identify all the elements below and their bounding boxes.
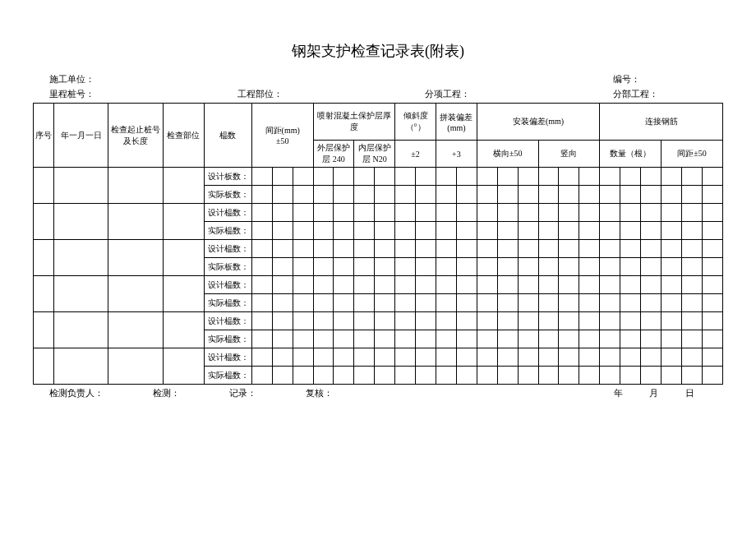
- footer-date: 年 月 日: [602, 387, 708, 399]
- cell-data: [456, 240, 477, 258]
- cell-data: [681, 222, 702, 240]
- cell-data: [272, 294, 293, 312]
- cell-data: [538, 240, 559, 258]
- page-title: 钢架支护检查记录表(附表): [33, 41, 723, 61]
- cell-data: [661, 222, 681, 240]
- cell-data: [293, 294, 313, 312]
- table-row: 设计榀数：: [34, 204, 723, 222]
- cell-data: [272, 186, 293, 204]
- header-row-1: 施工单位： 编号：: [33, 73, 723, 85]
- cell-data: [641, 348, 662, 367]
- cell-data: [354, 186, 375, 204]
- cell-data: [456, 276, 477, 294]
- cell-data: [681, 330, 702, 348]
- cell-data: [436, 367, 457, 385]
- cell-data: [354, 276, 375, 294]
- cell-data: [251, 367, 272, 385]
- cell-data: [375, 367, 395, 385]
- cell-data: [272, 222, 293, 240]
- cell-design-label: 设计榀数：: [204, 348, 251, 367]
- cell-data: [579, 312, 600, 330]
- cell-data: [395, 186, 416, 204]
- th-fushu: 榀数: [204, 104, 251, 168]
- cell-data: [497, 222, 518, 240]
- cell-data: [354, 168, 375, 186]
- cell-data: [313, 240, 334, 258]
- cell-data: [538, 312, 559, 330]
- cell-data: [620, 186, 641, 204]
- cell-data: [436, 276, 457, 294]
- cell-data: [456, 367, 477, 385]
- footer-review: 复核：: [306, 387, 333, 399]
- cell-data: [456, 186, 477, 204]
- table-row: 设计榀数：: [34, 276, 723, 294]
- cell-data: [375, 222, 395, 240]
- th-horizontal: 横向±50: [477, 141, 538, 168]
- cell-design-label: 设计板数：: [204, 168, 251, 186]
- cell-data: [579, 258, 600, 276]
- cell-data: [334, 222, 354, 240]
- cell-data: [293, 276, 313, 294]
- cell-data: [416, 348, 436, 367]
- cell-data: [620, 276, 641, 294]
- cell-data: [702, 204, 722, 222]
- cell-data: [497, 186, 518, 204]
- cell-data: [354, 367, 375, 385]
- cell-data: [334, 312, 354, 330]
- cell-data: [456, 294, 477, 312]
- cell-data: [375, 186, 395, 204]
- subitem-label: 分项工程：: [425, 88, 613, 100]
- table-row: 设计榀数：: [34, 240, 723, 258]
- th-spacing: 间距(mm)±50: [251, 104, 313, 168]
- cell-part: [163, 312, 204, 348]
- header-row-2: 里程桩号： 工程部位： 分项工程： 分部工程：: [33, 88, 723, 100]
- cell-data: [395, 348, 416, 367]
- cell-data: [518, 294, 538, 312]
- cell-data: [272, 258, 293, 276]
- cell-data: [641, 258, 662, 276]
- cell-range: [108, 312, 163, 348]
- cell-data: [416, 294, 436, 312]
- cell-data: [579, 276, 600, 294]
- cell-seq: [34, 312, 54, 348]
- cell-data: [375, 240, 395, 258]
- cell-data: [456, 204, 477, 222]
- cell-data: [395, 330, 416, 348]
- cell-data: [559, 294, 579, 312]
- cell-data: [313, 168, 334, 186]
- cell-data: [518, 348, 538, 367]
- th-protect: 喷射混凝土保护层厚度: [313, 104, 395, 141]
- inspection-table: 序号 年一月一日 检查起止桩号及长度 检查部位 榀数 间距(mm)±50 喷射混…: [33, 103, 723, 385]
- cell-data: [559, 186, 579, 204]
- cell-data: [251, 240, 272, 258]
- cell-data: [641, 294, 662, 312]
- th-quantity: 数量（根）: [600, 141, 662, 168]
- cell-data: [600, 168, 620, 186]
- cell-actual-label: 实际榀数：: [204, 294, 251, 312]
- cell-data: [477, 204, 497, 222]
- cell-design-label: 设计榀数：: [204, 204, 251, 222]
- cell-date: [53, 204, 108, 240]
- cell-actual-label: 实际榀数：: [204, 367, 251, 385]
- cell-data: [681, 168, 702, 186]
- cell-part: [163, 240, 204, 276]
- cell-data: [416, 222, 436, 240]
- cell-data: [334, 240, 354, 258]
- cell-data: [641, 312, 662, 330]
- cell-date: [53, 312, 108, 348]
- cell-data: [538, 186, 559, 204]
- cell-data: [620, 258, 641, 276]
- cell-data: [416, 258, 436, 276]
- number-label: 编号：: [613, 73, 707, 85]
- cell-data: [538, 276, 559, 294]
- cell-range: [108, 276, 163, 312]
- th-outer: 外层保护层 240: [313, 141, 354, 168]
- cell-seq: [34, 168, 54, 204]
- cell-data: [395, 168, 416, 186]
- cell-data: [497, 168, 518, 186]
- cell-data: [600, 258, 620, 276]
- cell-data: [334, 276, 354, 294]
- cell-data: [251, 330, 272, 348]
- cell-data: [681, 367, 702, 385]
- cell-data: [620, 312, 641, 330]
